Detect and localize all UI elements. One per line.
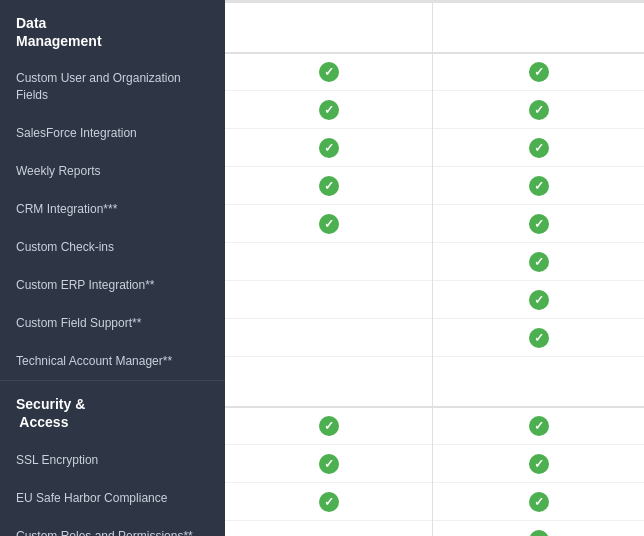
middle-row-checkins [225, 205, 432, 243]
sidebar-row-crm: CRM Integration*** [0, 190, 225, 228]
sidebar-row-custom-erp: Custom ERP Integration** [0, 266, 225, 304]
sidebar-row-custom-checkins: Custom Check-ins [0, 228, 225, 266]
check-eu-safe-middle [319, 454, 339, 474]
check-weekly-reports-right [529, 138, 549, 158]
right-row-checkins [433, 205, 644, 243]
sidebar-row-technical-account: Technical Account Manager** [0, 342, 225, 380]
sidebar-row-salesforce: SalesForce Integration [0, 114, 225, 152]
middle-row-custom-user [225, 53, 432, 91]
right-row-technical-account [433, 319, 644, 357]
right-row-erp [433, 243, 644, 281]
sidebar-row-custom-field: Custom Field Support** [0, 304, 225, 342]
middle-row-eu-safe [225, 445, 432, 483]
sidebar-row-eu-safe: EU Safe Harbor Compliance [0, 479, 225, 517]
right-section-header-sec [433, 357, 644, 407]
section-header-data-management: DataManagement [0, 0, 225, 60]
empty-erp-middle [319, 252, 339, 272]
right-row-field-support [433, 281, 644, 319]
middle-row-weekly-reports [225, 129, 432, 167]
check-crm-middle [319, 176, 339, 196]
empty-field-support-middle [319, 290, 339, 310]
check-eu-safe-right [529, 454, 549, 474]
right-row-ssl [433, 407, 644, 445]
right-row-custom-user [433, 53, 644, 91]
check-network-access-right [529, 530, 549, 537]
right-row-custom-roles [433, 483, 644, 521]
check-checkins-middle [319, 214, 339, 234]
empty-network-access-middle [319, 530, 339, 537]
pricing-table: DataManagement Custom User and Organizat… [0, 0, 644, 536]
sidebar-row-custom-user: Custom User and Organization Fields [0, 60, 225, 114]
check-custom-roles-right [529, 492, 549, 512]
right-row-weekly-reports [433, 129, 644, 167]
check-weekly-reports-middle [319, 138, 339, 158]
check-salesforce-right [529, 100, 549, 120]
check-checkins-right [529, 214, 549, 234]
check-erp-right [529, 252, 549, 272]
middle-column [225, 0, 433, 536]
middle-row-salesforce [225, 91, 432, 129]
right-column [433, 0, 644, 536]
right-row-crm [433, 167, 644, 205]
middle-row-ssl [225, 407, 432, 445]
check-custom-user-right [529, 62, 549, 82]
right-row-network-access [433, 521, 644, 536]
right-section-header-dm [433, 3, 644, 53]
check-custom-roles-middle [319, 492, 339, 512]
empty-technical-account-middle [319, 328, 339, 348]
check-ssl-right [529, 416, 549, 436]
middle-row-erp [225, 243, 432, 281]
middle-row-field-support [225, 281, 432, 319]
middle-section-header-sec [225, 357, 432, 407]
sidebar-row-ssl: SSL Encryption [0, 441, 225, 479]
right-row-eu-safe [433, 445, 644, 483]
middle-section-header-dm [225, 3, 432, 53]
middle-row-network-access [225, 521, 432, 536]
sidebar-row-weekly-reports: Weekly Reports [0, 152, 225, 190]
check-technical-account-right [529, 328, 549, 348]
check-field-support-right [529, 290, 549, 310]
check-salesforce-middle [319, 100, 339, 120]
check-ssl-middle [319, 416, 339, 436]
check-crm-right [529, 176, 549, 196]
middle-row-crm [225, 167, 432, 205]
right-row-salesforce [433, 91, 644, 129]
section-header-security: Security & Access [0, 380, 225, 441]
check-custom-user-middle [319, 62, 339, 82]
middle-row-technical-account [225, 319, 432, 357]
middle-row-custom-roles [225, 483, 432, 521]
sidebar-row-custom-roles: Custom Roles and Permissions** [0, 517, 225, 536]
sidebar: DataManagement Custom User and Organizat… [0, 0, 225, 536]
